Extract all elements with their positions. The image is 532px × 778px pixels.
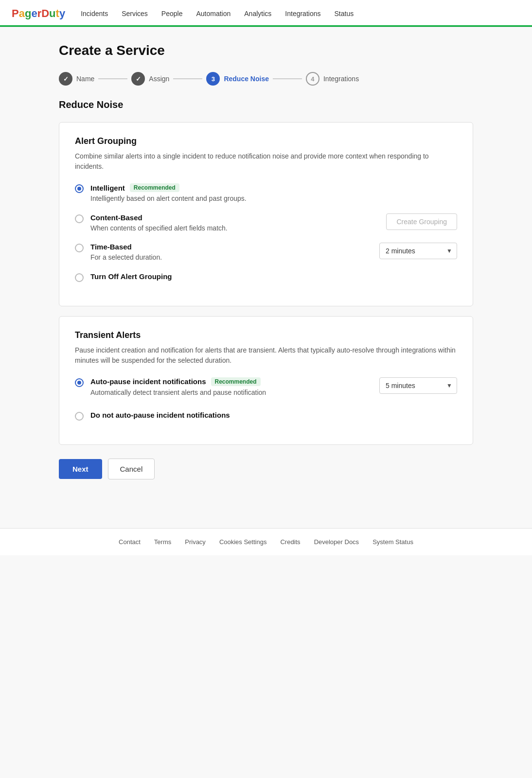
next-button[interactable]: Next — [59, 459, 102, 479]
step-circle-name: ✓ — [59, 72, 72, 86]
option-turn-off-content: Turn Off Alert Grouping — [90, 272, 457, 283]
option-auto-pause-content: Auto-pause incident notifications Recomm… — [90, 377, 372, 398]
option-content-based-action: Create Grouping — [386, 213, 457, 230]
radio-intelligent[interactable] — [75, 184, 84, 193]
transient-alerts-description: Pause incident creation and notification… — [75, 345, 457, 366]
step-circle-integrations: 4 — [306, 72, 319, 86]
option-content-based-label: Content-Based — [90, 213, 142, 222]
option-intelligent-content: Intelligent Recommended Intelligently ba… — [90, 183, 457, 204]
nav-services[interactable]: Services — [122, 8, 148, 19]
navbar: PagerDuty Incidents Services People Auto… — [0, 0, 532, 27]
step-label-name: Name — [76, 75, 94, 83]
step-name: ✓ Name — [59, 72, 94, 86]
alert-grouping-card: Alert Grouping Combine similar alerts in… — [59, 122, 473, 306]
footer-credits[interactable]: Credits — [280, 538, 300, 546]
cancel-button[interactable]: Cancel — [108, 459, 155, 479]
option-no-auto-pause-label: Do not auto-pause incident notifications — [90, 411, 230, 419]
option-intelligent-label: Intelligent — [90, 184, 125, 192]
step-line-3 — [273, 78, 302, 79]
transient-alerts-title: Transient Alerts — [75, 330, 457, 340]
option-content-based-label-row: Content-Based — [90, 213, 379, 222]
option-content-based-content: Content-Based When contents of specified… — [90, 213, 379, 233]
step-line-1 — [98, 78, 127, 79]
nav-automation[interactable]: Automation — [196, 8, 231, 19]
footer-contact[interactable]: Contact — [119, 538, 141, 546]
option-auto-pause: Auto-pause incident notifications Recomm… — [75, 377, 457, 398]
nav-links: Incidents Services People Automation Ana… — [81, 8, 354, 19]
option-time-based-dropdown-wrapper: 2 minutes 5 minutes 10 minutes 15 minute… — [379, 243, 457, 259]
option-content-based: Content-Based When contents of specified… — [75, 213, 457, 233]
alert-grouping-title: Alert Grouping — [75, 136, 457, 146]
alert-grouping-description: Combine similar alerts into a single inc… — [75, 151, 457, 172]
badge-auto-pause-recommended: Recommended — [211, 377, 261, 386]
page-title: Create a Service — [59, 43, 473, 58]
option-time-based-label: Time-Based — [90, 243, 132, 251]
option-no-auto-pause-label-row: Do not auto-pause incident notifications — [90, 411, 457, 419]
option-intelligent-sublabel: Intelligently based on alert content and… — [90, 194, 457, 204]
step-circle-assign: ✓ — [131, 72, 145, 86]
nav-people[interactable]: People — [161, 8, 183, 19]
logo[interactable]: PagerDuty — [12, 7, 65, 20]
step-reduce-noise: 3 Reduce Noise — [206, 72, 269, 86]
option-turn-off-label-row: Turn Off Alert Grouping — [90, 272, 457, 281]
option-turn-off-label: Turn Off Alert Grouping — [90, 272, 172, 281]
transient-alerts-card: Transient Alerts Pause incident creation… — [59, 316, 473, 445]
radio-no-auto-pause[interactable] — [75, 412, 84, 421]
option-auto-pause-dropdown-wrapper: 5 minutes 10 minutes 15 minutes 30 minut… — [379, 377, 457, 394]
option-auto-pause-sublabel: Automatically detect transient alerts an… — [90, 388, 372, 398]
step-assign: ✓ Assign — [131, 72, 169, 86]
time-based-dropdown[interactable]: 2 minutes 5 minutes 10 minutes 15 minute… — [379, 243, 457, 259]
option-auto-pause-label-row: Auto-pause incident notifications Recomm… — [90, 377, 372, 386]
radio-auto-pause[interactable] — [75, 378, 84, 387]
footer-terms[interactable]: Terms — [154, 538, 171, 546]
page-content: Create a Service ✓ Name ✓ Assign 3 Reduc… — [47, 27, 485, 509]
radio-time-based[interactable] — [75, 244, 84, 252]
footer-actions: Next Cancel — [59, 459, 473, 479]
nav-status[interactable]: Status — [334, 8, 354, 19]
page-footer: Contact Terms Privacy Cookies Settings C… — [0, 528, 532, 555]
step-label-integrations: Integrations — [323, 75, 359, 83]
footer-privacy[interactable]: Privacy — [185, 538, 206, 546]
option-time-based-content: Time-Based For a selected duration. — [90, 243, 372, 263]
option-intelligent: Intelligent Recommended Intelligently ba… — [75, 183, 457, 204]
option-auto-pause-label: Auto-pause incident notifications — [90, 377, 206, 386]
nav-analytics[interactable]: Analytics — [244, 8, 271, 19]
option-time-based: Time-Based For a selected duration. 2 mi… — [75, 243, 457, 263]
option-content-based-sublabel: When contents of specified alert fields … — [90, 224, 379, 233]
badge-intelligent-recommended: Recommended — [130, 183, 179, 192]
option-intelligent-label-row: Intelligent Recommended — [90, 183, 457, 192]
radio-content-based[interactable] — [75, 214, 84, 223]
step-circle-reduce-noise: 3 — [206, 72, 220, 86]
section-heading: Reduce Noise — [59, 99, 473, 110]
create-grouping-button[interactable]: Create Grouping — [386, 213, 457, 230]
step-integrations: 4 Integrations — [306, 72, 359, 86]
nav-incidents[interactable]: Incidents — [81, 8, 108, 19]
nav-integrations[interactable]: Integrations — [285, 8, 320, 19]
footer-system-status[interactable]: System Status — [372, 538, 413, 546]
time-based-dropdown-container: 2 minutes 5 minutes 10 minutes 15 minute… — [379, 243, 457, 259]
step-label-assign: Assign — [149, 75, 169, 83]
option-no-auto-pause-content: Do not auto-pause incident notifications — [90, 411, 457, 421]
footer-developer-docs[interactable]: Developer Docs — [314, 538, 359, 546]
stepper: ✓ Name ✓ Assign 3 Reduce Noise 4 Integra… — [59, 72, 473, 86]
step-line-2 — [173, 78, 202, 79]
option-no-auto-pause: Do not auto-pause incident notifications — [75, 411, 457, 421]
step-label-reduce-noise: Reduce Noise — [224, 75, 269, 83]
radio-turn-off[interactable] — [75, 273, 84, 282]
option-turn-off: Turn Off Alert Grouping — [75, 272, 457, 283]
auto-pause-dropdown-container: 5 minutes 10 minutes 15 minutes 30 minut… — [379, 377, 457, 394]
auto-pause-dropdown[interactable]: 5 minutes 10 minutes 15 minutes 30 minut… — [379, 377, 457, 394]
footer-cookies[interactable]: Cookies Settings — [219, 538, 267, 546]
option-time-based-label-row: Time-Based — [90, 243, 372, 251]
option-time-based-sublabel: For a selected duration. — [90, 253, 372, 263]
